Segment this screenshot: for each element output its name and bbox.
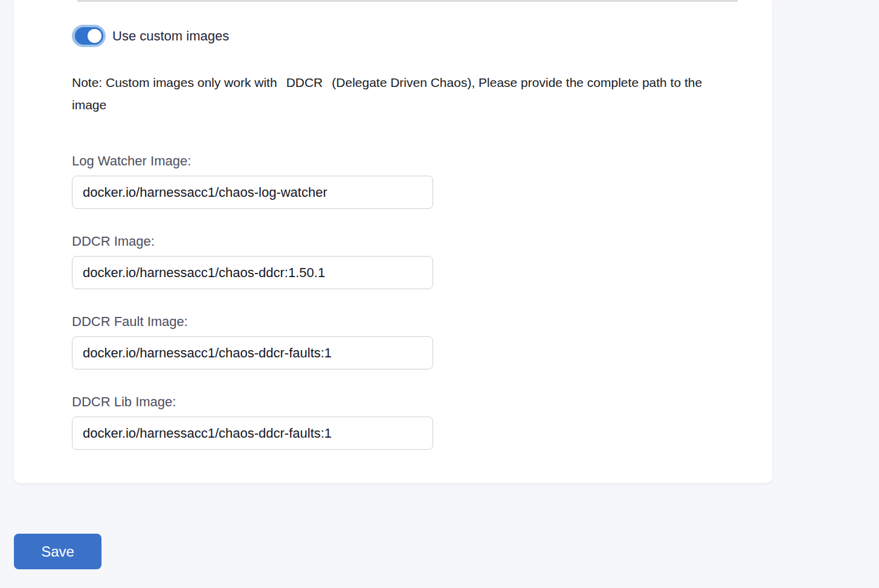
custom-images-note: Note: Custom images only work withDDCR(D… (72, 71, 703, 116)
ddcr-lib-image-field: DDCR Lib Image: (72, 394, 772, 450)
log-watcher-image-input[interactable] (72, 176, 433, 209)
use-custom-images-toggle[interactable] (72, 25, 106, 47)
use-custom-images-toggle-row: Use custom images (72, 25, 772, 47)
note-prefix: Note: Custom images only work with (72, 75, 277, 89)
ddcr-fault-image-field: DDCR Fault Image: (72, 314, 772, 369)
log-watcher-image-label: Log Watcher Image: (72, 153, 772, 169)
custom-images-section: Use custom images Note: Custom images on… (14, 0, 772, 450)
ddcr-fault-image-label: DDCR Fault Image: (72, 314, 772, 330)
ddcr-image-field: DDCR Image: (72, 234, 772, 289)
save-button[interactable]: Save (14, 534, 101, 569)
log-watcher-image-field: Log Watcher Image: (72, 153, 772, 209)
ddcr-lib-image-label: DDCR Lib Image: (72, 394, 772, 410)
note-ddcr-term: DDCR (286, 75, 323, 89)
ddcr-image-label: DDCR Image: (72, 234, 772, 249)
toggle-knob (88, 29, 101, 43)
image-fields: Log Watcher Image: DDCR Image: DDCR Faul… (72, 153, 772, 450)
ddcr-image-input[interactable] (72, 256, 433, 289)
ddcr-fault-image-input[interactable] (72, 336, 433, 369)
use-custom-images-label: Use custom images (112, 28, 229, 44)
ddcr-lib-image-input[interactable] (72, 417, 433, 450)
toggle-track (75, 27, 103, 45)
section-divider (77, 0, 738, 2)
settings-card: Use custom images Note: Custom images on… (14, 0, 772, 483)
